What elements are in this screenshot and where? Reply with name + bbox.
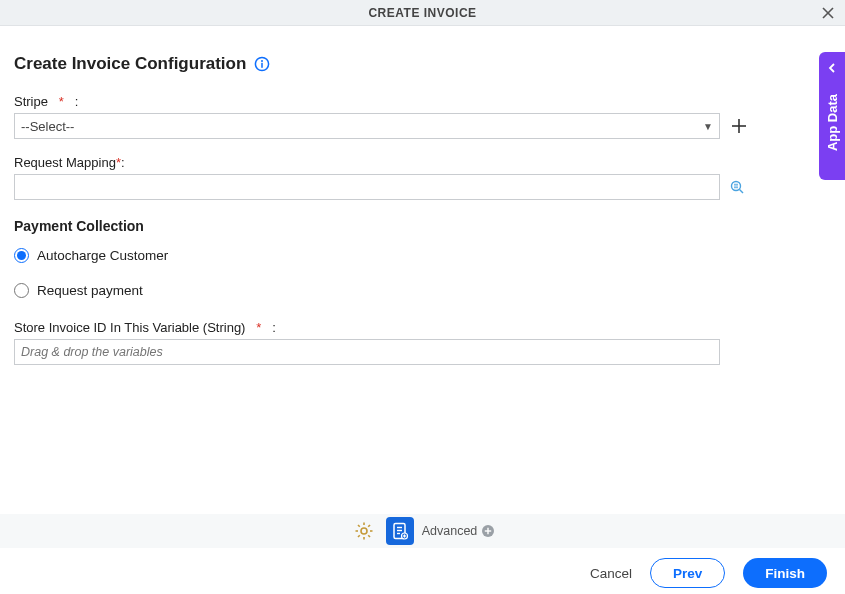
chevron-down-icon: ▼ <box>703 121 713 132</box>
advanced-label-text: Advanced <box>422 524 478 538</box>
stripe-input-row: --Select-- ▼ <box>14 113 831 139</box>
colon: : <box>272 320 276 335</box>
request-mapping-field: Request Mapping*: <box>14 153 831 200</box>
page-title: Create Invoice Configuration <box>14 54 246 74</box>
stripe-field: Stripe * : --Select-- ▼ <box>14 92 831 139</box>
store-variable-label-text: Store Invoice ID In This Variable (Strin… <box>14 320 245 335</box>
autocharge-label[interactable]: Autocharge Customer <box>37 248 168 263</box>
request-mapping-label-text: Request Mapping <box>14 155 116 170</box>
colon: : <box>75 94 79 109</box>
cancel-button[interactable]: Cancel <box>590 566 632 581</box>
add-stripe-button[interactable] <box>728 115 750 137</box>
svg-line-8 <box>740 190 744 194</box>
store-variable-field: Store Invoice ID In This Variable (Strin… <box>14 318 831 365</box>
settings-button[interactable] <box>350 517 378 545</box>
store-variable-input[interactable] <box>14 339 720 365</box>
svg-line-20 <box>368 525 370 527</box>
document-plus-icon <box>390 521 410 541</box>
stripe-label-text: Stripe <box>14 94 48 109</box>
request-payment-option: Request payment <box>14 283 831 298</box>
modal-title: CREATE INVOICE <box>368 6 476 20</box>
request-mapping-row <box>14 174 831 200</box>
svg-rect-4 <box>262 63 264 68</box>
request-payment-radio[interactable] <box>14 283 29 298</box>
svg-line-17 <box>358 525 360 527</box>
svg-line-18 <box>368 535 370 537</box>
plus-icon <box>730 117 748 135</box>
prev-label: Prev <box>673 566 702 581</box>
stripe-select[interactable]: --Select-- ▼ <box>14 113 720 139</box>
app-data-panel-tab[interactable]: App Data <box>819 52 845 180</box>
svg-line-19 <box>358 535 360 537</box>
svg-point-3 <box>261 60 263 62</box>
autocharge-radio[interactable] <box>14 248 29 263</box>
payment-collection-heading: Payment Collection <box>14 218 831 234</box>
page-title-row: Create Invoice Configuration <box>14 54 831 74</box>
finish-label: Finish <box>765 566 805 581</box>
search-data-icon <box>729 179 745 195</box>
bottom-toolbar: Advanced <box>0 514 845 548</box>
request-payment-label[interactable]: Request payment <box>37 283 143 298</box>
stripe-selected-value: --Select-- <box>21 119 74 134</box>
close-button[interactable] <box>819 4 837 22</box>
advanced-toggle[interactable]: Advanced <box>422 524 496 538</box>
app-data-label: App Data <box>825 94 840 151</box>
plus-circle-icon <box>481 524 495 538</box>
stripe-label: Stripe * : <box>14 94 78 109</box>
request-mapping-input[interactable] <box>14 174 720 200</box>
form-view-button[interactable] <box>386 517 414 545</box>
gear-icon <box>354 521 374 541</box>
modal-header: CREATE INVOICE <box>0 0 845 26</box>
finish-button[interactable]: Finish <box>743 558 827 588</box>
required-mark: * <box>256 320 261 335</box>
modal-footer: Cancel Prev Finish <box>0 552 845 594</box>
svg-point-12 <box>361 528 367 534</box>
prev-button[interactable]: Prev <box>650 558 725 588</box>
store-variable-label: Store Invoice ID In This Variable (Strin… <box>14 320 276 335</box>
close-icon <box>821 6 835 20</box>
request-mapping-label: Request Mapping*: <box>14 155 125 170</box>
info-icon[interactable] <box>254 56 270 72</box>
autocharge-option: Autocharge Customer <box>14 248 831 263</box>
required-mark: * <box>59 94 64 109</box>
lookup-button[interactable] <box>728 178 746 196</box>
chevron-left-icon <box>826 60 838 78</box>
modal-body: Create Invoice Configuration Stripe * : … <box>0 26 845 365</box>
colon: : <box>121 155 125 170</box>
